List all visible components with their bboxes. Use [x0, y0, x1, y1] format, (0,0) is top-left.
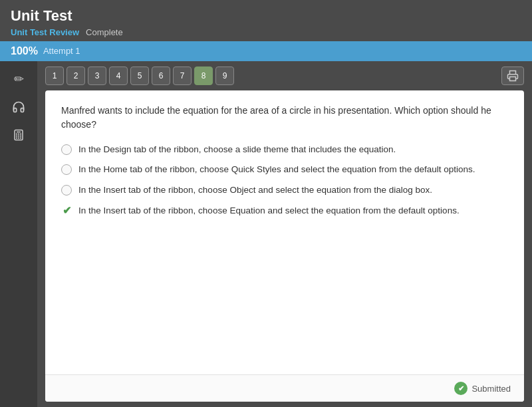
- radio-1[interactable]: [61, 144, 72, 155]
- option-3-text: In the Insert tab of the ribbon, choose …: [78, 184, 432, 197]
- breadcrumb: Unit Test Review Complete: [11, 27, 521, 37]
- nav-btn-5[interactable]: 5: [130, 67, 149, 85]
- option-2-text: In the Home tab of the ribbon, choose Qu…: [78, 164, 475, 176]
- page-title: Unit Test: [11, 7, 521, 26]
- question-body: Manfred wants to include the equation fo…: [45, 90, 524, 374]
- nav-btn-8[interactable]: 8: [194, 67, 213, 85]
- pencil-icon[interactable]: ✏: [6, 67, 31, 92]
- question-text: Manfred wants to include the equation fo…: [61, 104, 508, 132]
- question-number-buttons: 1 2 3 4 5 6 7 8 9: [45, 67, 234, 85]
- nav-btn-1[interactable]: 1: [45, 67, 64, 85]
- progress-bar: 100% Attempt 1: [0, 41, 532, 61]
- print-button[interactable]: [501, 67, 524, 85]
- question-card: Manfred wants to include the equation fo…: [45, 90, 524, 402]
- nav-btn-3[interactable]: 3: [88, 67, 106, 85]
- correct-checkmark: ✔: [61, 205, 72, 216]
- question-navigation: 1 2 3 4 5 6 7 8 9: [45, 67, 524, 85]
- answer-option-2[interactable]: In the Home tab of the ribbon, choose Qu…: [61, 164, 508, 176]
- attempt-label: Attempt 1: [43, 46, 80, 56]
- status-badge: Complete: [86, 27, 123, 37]
- submitted-label: Submitted: [471, 384, 511, 394]
- nav-btn-4[interactable]: 4: [109, 67, 128, 85]
- sidebar: ✏: [0, 61, 37, 407]
- nav-btn-7[interactable]: 7: [173, 67, 192, 85]
- nav-btn-2[interactable]: 2: [66, 67, 85, 85]
- radio-2[interactable]: [61, 164, 72, 175]
- answer-option-3[interactable]: In the Insert tab of the ribbon, choose …: [61, 184, 508, 197]
- option-1-text: In the Design tab of the ribbon, choose …: [78, 144, 396, 156]
- headphones-icon[interactable]: [6, 94, 31, 120]
- question-footer: ✔ Submitted: [45, 374, 524, 402]
- answer-option-1[interactable]: In the Design tab of the ribbon, choose …: [61, 144, 508, 156]
- radio-3[interactable]: [61, 185, 72, 196]
- subtitle: Unit Test Review: [11, 27, 79, 37]
- header: Unit Test Unit Test Review Complete: [0, 0, 532, 41]
- main-layout: ✏: [0, 61, 532, 407]
- submitted-badge: ✔ Submitted: [454, 382, 511, 395]
- option-4-text: In the Insert tab of the ribbon, choose …: [78, 205, 460, 217]
- svg-rect-11: [510, 76, 516, 80]
- answer-option-4[interactable]: ✔ In the Insert tab of the ribbon, choos…: [61, 205, 508, 217]
- nav-btn-9[interactable]: 9: [215, 67, 234, 85]
- nav-btn-6[interactable]: 6: [152, 67, 170, 85]
- progress-percent: 100%: [11, 45, 38, 57]
- submitted-check-icon: ✔: [454, 382, 467, 395]
- calculator-icon[interactable]: [6, 122, 31, 148]
- content-area: 1 2 3 4 5 6 7 8 9 Manfred wants: [37, 61, 532, 407]
